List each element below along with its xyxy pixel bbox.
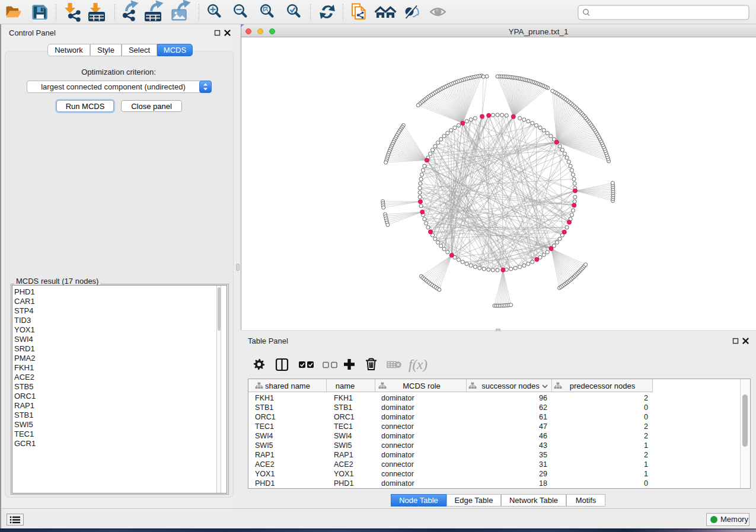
svg-text:f(x): f(x) xyxy=(409,357,428,372)
